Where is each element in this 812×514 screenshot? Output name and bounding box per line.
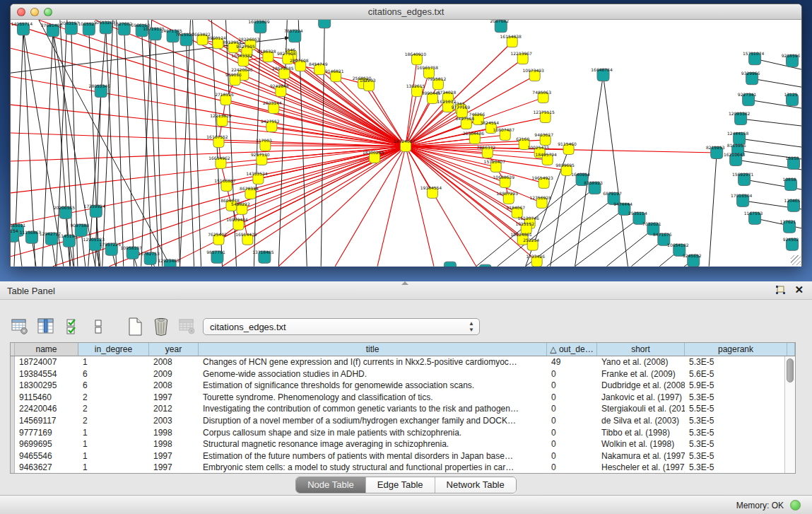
table-cell: 2008 bbox=[149, 356, 199, 368]
table-row[interactable]: 1872400712008Changes of HCN gene express… bbox=[11, 356, 795, 368]
column-header-year[interactable]: year bbox=[149, 343, 199, 356]
float-panel-icon[interactable] bbox=[775, 285, 786, 296]
table-cell: 5.6E-5 bbox=[685, 368, 787, 380]
table-cell: Franke et al. (2009) bbox=[597, 368, 685, 380]
close-panel-icon[interactable]: ✕ bbox=[794, 284, 804, 296]
node-table: namein_degreeyeartitle△ out_de…shortpage… bbox=[10, 342, 796, 474]
delete-rows-icon[interactable] bbox=[151, 317, 171, 337]
table-tabs: Node TableEdge TableNetwork Table bbox=[295, 477, 517, 493]
svg-text:7032621: 7032621 bbox=[642, 221, 661, 226]
column-header-title[interactable]: title bbox=[199, 343, 547, 356]
table-cell: 0 bbox=[547, 415, 597, 427]
table-cell: 9699695 bbox=[15, 438, 78, 450]
svg-text:10654182: 10654182 bbox=[667, 243, 689, 247]
table-cell: 5.3E-5 bbox=[685, 462, 787, 474]
dropdown-stepper-icon: ▲▼ bbox=[469, 320, 474, 333]
column-header-short[interactable]: short bbox=[597, 343, 685, 356]
svg-text:3824554: 3824554 bbox=[480, 120, 499, 125]
scrollbar-thumb[interactable] bbox=[787, 358, 794, 382]
table-cell: Jankovic et al. (1997) bbox=[597, 392, 685, 404]
table-cell: Changes of HCN gene expression and I(f) … bbox=[199, 356, 547, 368]
svg-text:62160: 62160 bbox=[516, 136, 529, 141]
table-row[interactable]: 946554611997Estimation of the future num… bbox=[11, 450, 795, 462]
table-row[interactable]: 911546021997Tourette syndrome. Phenomeno… bbox=[11, 392, 795, 404]
table-cell: 2009 bbox=[149, 368, 199, 380]
svg-text:2087682: 2087682 bbox=[490, 20, 509, 23]
svg-text:10858: 10858 bbox=[783, 177, 796, 182]
delete-table-icon[interactable] bbox=[177, 317, 197, 337]
table-row[interactable]: 969969511998Structural magnetic resonanc… bbox=[11, 438, 795, 450]
svg-text:16909484: 16909484 bbox=[226, 217, 248, 222]
graph-node[interactable] bbox=[479, 264, 491, 267]
table-cell: Disruption of a novel member of a sodium… bbox=[199, 415, 547, 427]
svg-text:18724007: 18724007 bbox=[394, 139, 416, 144]
network-view-window[interactable]: citations_edges.txt 14055714376914062083… bbox=[10, 4, 802, 267]
show-column-icon[interactable] bbox=[36, 317, 56, 337]
tab-node-table[interactable]: Node Table bbox=[296, 477, 366, 493]
new-table-icon[interactable] bbox=[125, 317, 145, 337]
svg-text:10025433: 10025433 bbox=[527, 145, 549, 150]
row-height-icon[interactable] bbox=[88, 317, 108, 337]
svg-text:9474444: 9474444 bbox=[613, 201, 632, 206]
svg-text:2718126: 2718126 bbox=[215, 92, 234, 97]
memory-status-label: Memory: OK bbox=[736, 501, 784, 510]
table-cell: 5.9E-5 bbox=[685, 380, 787, 392]
table-cell: Dudbridge et al. (2008) bbox=[597, 380, 685, 392]
tab-network-table[interactable]: Network Table bbox=[435, 477, 516, 493]
select-columns-icon[interactable] bbox=[62, 317, 82, 337]
svg-text:10973493: 10973493 bbox=[522, 68, 544, 73]
table-row[interactable]: 977716911998Corpus callosum shape and si… bbox=[11, 427, 795, 439]
window-titlebar[interactable]: citations_edges.txt bbox=[11, 4, 801, 20]
svg-text:17359924: 17359924 bbox=[84, 204, 106, 209]
tab-edge-table[interactable]: Edge Table bbox=[366, 477, 435, 493]
svg-text:9097588: 9097588 bbox=[71, 223, 90, 228]
column-header-name[interactable]: name bbox=[15, 343, 78, 356]
table-row[interactable]: 1830029562008Estimation of significance … bbox=[11, 380, 795, 392]
table-cell: Structural magnetic resonance image aver… bbox=[199, 438, 547, 450]
table-row[interactable]: 946362711997Embryonic stem cells: a mode… bbox=[11, 462, 795, 474]
table-toolbar: f(x) bbox=[10, 314, 223, 339]
svg-text:28675685: 28675685 bbox=[272, 66, 294, 71]
graph-node[interactable] bbox=[319, 20, 331, 28]
table-vertical-scrollbar[interactable] bbox=[784, 356, 795, 473]
svg-text:16543382: 16543382 bbox=[231, 53, 253, 58]
svg-text:9329966: 9329966 bbox=[741, 71, 760, 76]
table-selector-dropdown[interactable]: citations_edges.txt ▲▼ bbox=[203, 318, 480, 335]
table-row[interactable]: 1456911722003Disruption of a novel membe… bbox=[11, 415, 795, 427]
table-cell: 22420046 bbox=[15, 403, 78, 415]
svg-text:252254: 252254 bbox=[523, 238, 539, 243]
svg-text:9115460: 9115460 bbox=[558, 141, 577, 146]
column-header-pagerank[interactable]: pagerank bbox=[685, 343, 787, 356]
svg-text:117003: 117003 bbox=[256, 138, 272, 143]
memory-ok-indicator[interactable] bbox=[790, 500, 801, 510]
table-row[interactable]: 2242004622012Investigating the contribut… bbox=[11, 403, 795, 415]
table-settings-icon[interactable] bbox=[10, 317, 30, 337]
svg-text:15958: 15958 bbox=[786, 156, 799, 160]
table-row[interactable]: 1938455462009Genome-wide association stu… bbox=[11, 368, 795, 380]
svg-text:9245652: 9245652 bbox=[683, 253, 702, 258]
svg-text:1640954: 1640954 bbox=[571, 172, 590, 177]
svg-text:16654962: 16654962 bbox=[208, 156, 230, 160]
table-cell: 1 bbox=[78, 450, 149, 462]
svg-text:1733426: 1733426 bbox=[526, 254, 545, 259]
table-panel-header[interactable]: Table Panel ✕ bbox=[0, 281, 812, 300]
svg-text:10524861: 10524861 bbox=[511, 232, 533, 237]
svg-text:12093382: 12093382 bbox=[729, 111, 751, 116]
graph-node[interactable] bbox=[444, 262, 456, 267]
svg-text:9463627: 9463627 bbox=[534, 132, 553, 137]
table-cell: Estimation of significance thresholds fo… bbox=[199, 380, 547, 392]
split-pane-grabber[interactable] bbox=[401, 281, 408, 285]
column-header-indegree[interactable]: in_degree bbox=[78, 343, 149, 356]
table-cell: 2 bbox=[78, 415, 149, 427]
svg-text:14055714: 14055714 bbox=[11, 21, 33, 26]
network-canvas[interactable]: 1405571437691406208319710655271065328715… bbox=[11, 20, 801, 267]
window-resize-grip[interactable] bbox=[791, 255, 801, 265]
svg-text:16782753: 16782753 bbox=[138, 251, 160, 256]
svg-text:19384554: 19384554 bbox=[420, 185, 442, 190]
svg-text:9827508: 9827508 bbox=[277, 51, 296, 56]
svg-text:8186328: 8186328 bbox=[257, 49, 276, 54]
column-header-outde[interactable]: △ out_de… bbox=[547, 343, 597, 356]
table-header-row: namein_degreeyeartitle△ out_de…shortpage… bbox=[11, 343, 795, 356]
table-panel: Table Panel ✕ bbox=[0, 281, 812, 514]
table-cell: Corpus callosum shape and size in male p… bbox=[199, 427, 547, 439]
